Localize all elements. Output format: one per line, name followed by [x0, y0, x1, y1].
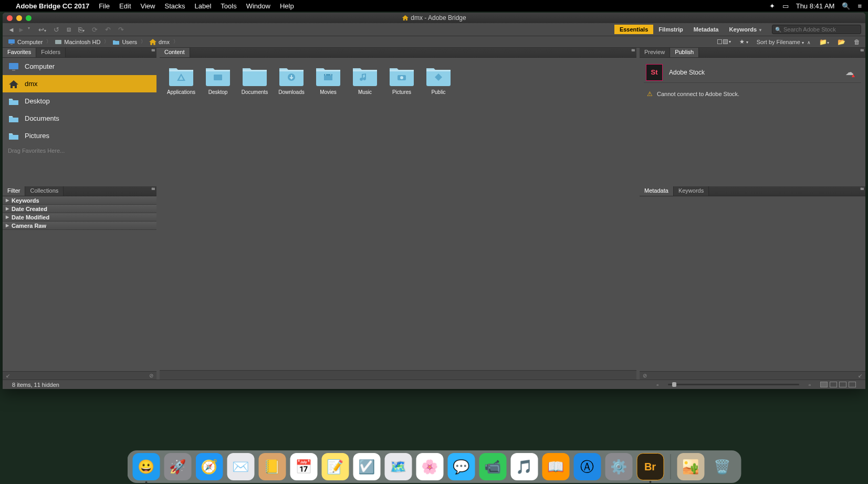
close-button[interactable] [7, 15, 13, 21]
reveal-recent-icon[interactable]: ↩▾ [38, 26, 46, 34]
content-grid[interactable]: ApplicationsDesktopDocumentsDownloadsMov… [160, 58, 636, 370]
nav-back-forward[interactable]: ◄►▾ [7, 26, 31, 34]
dock-appstore[interactable]: Ⓐ [573, 453, 601, 480]
workspace-keywords[interactable]: Keywords ▼ [724, 25, 768, 34]
camera-import-icon[interactable]: ⧇ [67, 25, 71, 34]
boomerang-icon[interactable]: ↺ [54, 26, 59, 34]
thumbnail-quality-icon[interactable]: ▾ [717, 39, 731, 44]
zoom-button[interactable] [26, 15, 32, 21]
refresh-icon[interactable]: ⟳ [92, 26, 98, 34]
dock-desktop-pic[interactable]: 🏜️ [677, 453, 704, 480]
folder-movies[interactable]: Movies [310, 64, 347, 111]
metadata-cancel-icon[interactable]: ⊘ [643, 373, 647, 378]
panel-menu-icon[interactable]: ▝▀ [150, 49, 154, 54]
tab-content[interactable]: Content [160, 48, 190, 57]
filter-clear-icon[interactable]: ⊘ [149, 373, 153, 378]
tab-folders[interactable]: Folders [36, 48, 66, 57]
filter-date-created[interactable]: ▶Date Created [3, 205, 156, 213]
sort-dropdown[interactable]: Sort by Filename ▾ ∧ [757, 39, 811, 45]
folder-pictures[interactable]: Pictures [383, 64, 420, 111]
filter-rating-icon[interactable]: ★ ▾ [739, 38, 748, 45]
metadata-apply-icon[interactable]: ↙ [858, 373, 862, 378]
tab-filter[interactable]: Filter [3, 186, 25, 196]
tab-publish[interactable]: Publish [670, 48, 699, 57]
rotate-ccw-icon[interactable]: ↶ [105, 26, 111, 34]
dock-itunes[interactable]: 🎵 [510, 453, 538, 480]
view-list-icon[interactable] [849, 382, 856, 387]
favorite-documents[interactable]: Documents [3, 110, 156, 127]
dock-ibooks[interactable]: 📖 [542, 453, 569, 480]
workspace-metadata[interactable]: Metadata [688, 25, 724, 34]
dock-reminders[interactable]: ☑️ [353, 453, 380, 480]
dock-contacts[interactable]: 📒 [258, 453, 286, 480]
new-folder-icon[interactable]: 📁▾ [819, 38, 829, 46]
folder-music[interactable]: Music [347, 64, 383, 111]
tab-preview[interactable]: Preview [640, 48, 670, 57]
open-recent-icon[interactable]: 📂 [838, 38, 845, 46]
dock-facetime[interactable]: 📹 [479, 453, 506, 480]
dock-safari[interactable]: 🧭 [195, 453, 223, 480]
favorite-desktop[interactable]: Desktop [3, 92, 156, 110]
menu-edit[interactable]: Edit [119, 2, 131, 10]
adobe-stock-row[interactable]: St Adobe Stock ☁▲ [644, 62, 861, 83]
filter-camera-raw[interactable]: ▶Camera Raw [3, 222, 156, 230]
tab-metadata[interactable]: Metadata [640, 186, 674, 196]
crumb-users[interactable]: Users [112, 39, 137, 45]
trash-icon[interactable]: 🗑 [854, 38, 860, 46]
menubar-clock[interactable]: Thu 8:41 AM [796, 2, 835, 10]
menu-help[interactable]: Help [280, 2, 294, 10]
folder-downloads[interactable]: Downloads [273, 64, 310, 111]
dock-notes[interactable]: 📝 [321, 453, 349, 480]
panel-menu-icon[interactable]: ▝▀ [859, 188, 863, 192]
folder-desktop[interactable]: Desktop [200, 64, 236, 111]
dock-maps[interactable]: 🗺️ [384, 453, 412, 480]
rotate-cw-icon[interactable]: ↷ [118, 26, 124, 34]
menu-window[interactable]: Window [246, 2, 270, 10]
menu-tools[interactable]: Tools [221, 2, 236, 10]
favorite-computer[interactable]: Computer [3, 58, 156, 75]
app-name[interactable]: Adobe Bridge CC 2017 [16, 2, 89, 10]
panel-menu-icon[interactable]: ▝▀ [150, 188, 154, 192]
crumb-computer[interactable]: Computer [8, 39, 43, 45]
view-grid-icon[interactable] [820, 382, 828, 387]
favorite-dmx[interactable]: dmx [3, 75, 156, 92]
folder-public[interactable]: Public [420, 64, 457, 111]
filter-keywords[interactable]: ▶Keywords [3, 196, 156, 205]
dock-bridge[interactable]: Br [636, 453, 664, 480]
workspace-filmstrip[interactable]: Filmstrip [653, 25, 688, 34]
filter-pin-icon[interactable]: ↙ [6, 373, 10, 378]
spotlight-icon[interactable]: 🔍 [842, 2, 850, 10]
panel-menu-icon[interactable]: ▝▀ [630, 49, 634, 54]
menu-label[interactable]: Label [194, 2, 211, 10]
search-stock-field[interactable]: 🔍 Search Adobe Stock [772, 25, 861, 34]
assistant-icon[interactable]: ✦ [769, 2, 775, 10]
view-lock-icon[interactable] [830, 382, 837, 387]
dock-launchpad[interactable]: 🚀 [164, 453, 191, 480]
folder-documents[interactable]: Documents [236, 64, 273, 111]
crumb-dmx[interactable]: dmx [149, 39, 170, 45]
panel-menu-icon[interactable]: ▝▀ [859, 49, 863, 54]
tab-collections[interactable]: Collections [25, 186, 64, 196]
display-icon[interactable]: ▭ [782, 2, 789, 10]
dock-photos[interactable]: 🌸 [416, 453, 443, 480]
batch-rename-icon[interactable]: ⎘▾ [78, 26, 85, 34]
workspace-essentials[interactable]: Essentials [614, 25, 653, 34]
menu-stacks[interactable]: Stacks [164, 2, 185, 10]
zoom-in-icon[interactable]: ▫ [809, 382, 811, 388]
favorite-pictures[interactable]: Pictures [3, 127, 156, 144]
minimize-button[interactable] [16, 15, 22, 21]
dock-mail[interactable]: ✉️ [227, 453, 254, 480]
crumb-drive[interactable]: Macintosh HD [55, 39, 100, 45]
dock-trash[interactable]: 🗑️ [708, 453, 736, 480]
filter-date-modified[interactable]: ▶Date Modified [3, 213, 156, 222]
dock-calendar[interactable]: 📅 [290, 453, 317, 480]
view-details-icon[interactable] [839, 382, 846, 387]
dock-sysprefs[interactable]: ⚙️ [605, 453, 632, 480]
menu-file[interactable]: File [99, 2, 110, 10]
menu-list-icon[interactable]: ≡ [857, 2, 862, 10]
tab-favorites[interactable]: Favorites [3, 48, 36, 57]
zoom-out-icon[interactable]: ▫ [656, 382, 658, 388]
folder-applications[interactable]: Applications [163, 64, 200, 111]
menu-view[interactable]: View [141, 2, 155, 10]
dock-messages[interactable]: 💬 [447, 453, 475, 480]
